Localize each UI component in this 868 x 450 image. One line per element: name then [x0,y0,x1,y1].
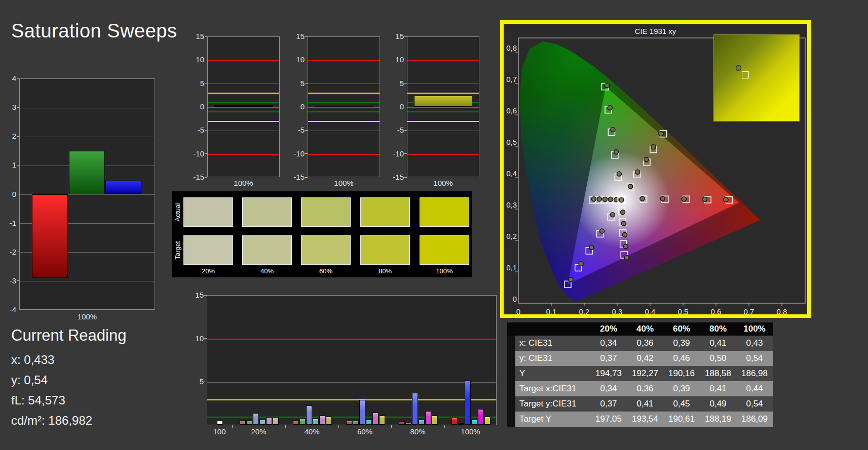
swatch-actual-80% [360,197,410,227]
gridline [208,131,279,131]
table-value-cell: 194,73 [590,366,627,381]
table-row-indicator [507,336,515,351]
y-tick-label: -15 [286,173,305,181]
swatch-col-label: 80% [360,267,410,275]
delta-bar [315,106,373,107]
plot-area [308,36,380,177]
deltaE-bar-20% [253,413,259,425]
y-tick-mark [404,153,407,154]
deltaE-bar-60% [353,421,359,425]
y-tick-label: 10 [286,55,305,64]
deltaE-bar-80% [405,423,411,425]
y-tick-label: -1 [0,219,16,227]
table-value-cell: 0,37 [590,396,627,412]
y-tick-label: -15 [186,173,204,181]
table-row-label: Y [519,366,594,381]
deltaE-bar-100 [217,421,223,425]
deltaE-bar-80% [412,393,418,425]
cie-x-tick-label: 0,5 [673,307,693,316]
cie-measured-magenta [622,221,626,226]
cie-measured-blue [589,245,594,250]
deltaE-bar-40% [306,405,312,425]
y-tick-mark [205,177,207,178]
y-tick-mark [404,177,407,178]
actual-target-swatch-panel: ActualTarget20%40%60%80%100% [172,191,472,277]
table-row-indicator [507,381,515,396]
cie-y-tick-label: 0 [502,295,517,303]
thumbnail-measured-dot [736,65,741,71]
y-tick-mark [205,60,207,60]
y-tick-mark [17,252,19,252]
y-tick-label: 10 [185,334,204,343]
table-value-cell: 0,44 [736,381,773,396]
delta-bar [414,96,472,107]
deltaE-x-label: 60% [347,427,383,436]
limit-line-red [308,154,380,155]
y-tick-mark [205,130,207,131]
y-tick-mark [305,107,308,107]
cie-measured-red [682,197,686,201]
table-row: Target x:CIE310,340,360,390,410,44 [507,381,773,396]
deltaE-bar-20% [246,420,252,425]
cie-measured-yellow [628,184,633,189]
deltaE-bar-80% [432,416,438,425]
y-tick-mark [305,36,308,37]
y-tick-label: 2 [0,132,16,140]
cie-measured-yellow [651,145,656,149]
deltaE-bar-100% [471,420,477,425]
y-tick-label: 15 [286,32,305,40]
deltaE-bar-40% [299,419,306,425]
table-value-cell: 188,58 [700,366,736,381]
deltaE-x-label: 100 [202,427,237,436]
table-value-cell: 193,54 [627,412,663,427]
limit-line-yellow [208,121,279,122]
cie-y-tick-label: 0,6 [502,106,517,115]
y-tick-mark [205,83,207,84]
swatch-row-label: Actual [174,197,181,228]
y-tick-label: 4 [0,74,16,83]
deltaE-x-tick [338,425,339,428]
cie-y-tick-label: 0,5 [502,138,517,146]
plot-area [19,78,155,310]
table-row: y: CIE310,370,420,460,500,54 [507,351,773,366]
y-tick-mark [17,165,19,166]
gridline [208,107,279,108]
deltaE-bar-60% [346,421,352,425]
cie-measured-green [608,105,612,110]
table-header-cell: 100% [736,322,773,336]
thumbnail-target-square [742,71,749,78]
cie-measured-magenta [624,256,629,260]
table-value-cell: 0,37 [590,351,627,366]
table-value-cell: 0,39 [663,336,700,351]
limit-line-green [208,102,279,103]
y-tick-mark [305,60,308,60]
y-tick-mark [404,130,407,131]
cie-measured-yellow [635,170,640,174]
app-root: Saturation Sweeps 43210-1-2-3-4100% 1510… [0,0,868,450]
table-value-cell: 0,49 [700,396,736,412]
deltaE-x-label: 100% [453,427,488,436]
y-tick-label: 0 [286,102,305,111]
deltaE-bar-40% [293,420,299,425]
gridline [20,281,155,281]
table-row-indicator [507,366,515,381]
cie-measured-yellow [659,132,663,136]
y-tick-label: -10 [186,149,204,158]
deltaE-bar-100% [458,423,464,425]
table-value-cell: 186,98 [736,366,773,381]
y-tick-mark [17,78,19,79]
cie-x-tick-label: 0,8 [772,307,792,316]
deltaE-x-label: 80% [400,427,436,436]
deltaE-x-tick [444,425,445,428]
y-tick-label: 10 [186,55,204,64]
swatch-col-label: 60% [301,267,351,275]
cie-measured-cyan [609,197,613,201]
rgb-bar-red [32,194,68,278]
limit-line-red [208,154,279,155]
y-tick-mark [305,130,308,131]
y-tick-mark [305,177,308,178]
cie-x-tick-label: 0 [508,307,529,316]
y-tick-label: -4 [0,305,16,314]
x-axis-label: 100% [407,179,479,187]
gridline [308,131,380,131]
